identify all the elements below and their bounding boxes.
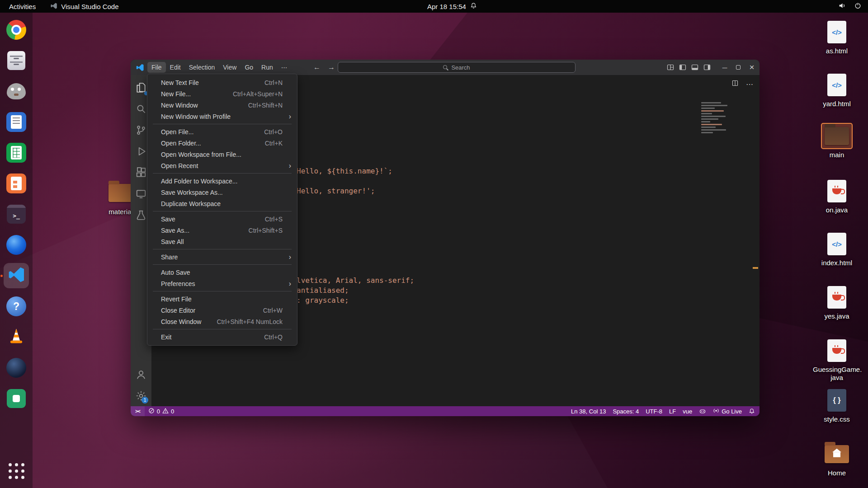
menu-go[interactable]: Go <box>241 62 257 73</box>
settings-gear-icon[interactable]: 1 <box>131 385 151 406</box>
desktop-icon-home[interactable]: Home <box>813 441 861 477</box>
libreoffice-writer-icon <box>6 112 26 132</box>
menu-item-new-file[interactable]: New File...Ctrl+Alt+Super+N <box>147 88 297 99</box>
end-of-line[interactable]: LF <box>669 408 676 415</box>
toggle-sidebar-icon[interactable] <box>679 64 686 71</box>
desktop-icon-style-css[interactable]: { } style.css <box>813 387 861 423</box>
menu-item-close-window[interactable]: Close WindowCtrl+Shift+F4 NumLock <box>147 316 297 327</box>
menu-item-preferences[interactable]: Preferences› <box>147 278 297 289</box>
toggle-panel-icon[interactable] <box>691 64 698 71</box>
menu-view[interactable]: View <box>219 62 241 73</box>
menu-item-save[interactable]: SaveCtrl+S <box>147 213 297 225</box>
close-button[interactable]: × <box>745 60 759 75</box>
encoding[interactable]: UTF-8 <box>646 408 662 415</box>
go-live-button[interactable]: Go Live <box>713 408 742 415</box>
menu-separator <box>153 124 292 124</box>
minimize-button[interactable]: ─ <box>718 60 731 75</box>
menu-run[interactable]: Run <box>257 62 277 73</box>
maximize-button[interactable] <box>731 60 745 75</box>
submenu-arrow-icon: › <box>289 280 291 287</box>
dock-item-web-browser-dark[interactable] <box>4 355 29 380</box>
vscode-title-bar[interactable]: File Edit Selection View Go Run ⋯ ← → Se… <box>131 60 760 75</box>
menu-item-save-workspace-as[interactable]: Save Workspace As... <box>147 187 297 198</box>
submenu-arrow-icon: › <box>289 162 291 169</box>
menu-item-add-folder-to-workspace[interactable]: Add Folder to Workspace... <box>147 175 297 187</box>
desktop-icon-yes-java[interactable]: yes.java <box>813 284 861 320</box>
language-mode[interactable]: vue <box>683 408 692 415</box>
code-line: Hello, ${this.name}!`; <box>297 167 392 175</box>
navigate-back-icon[interactable]: ← <box>313 63 321 71</box>
desktop-icon-label: as.html <box>813 47 861 55</box>
remote-indicator[interactable]: >< <box>131 406 145 416</box>
file-menu-dropdown: New Text FileCtrl+N New File...Ctrl+Alt+… <box>147 74 297 346</box>
dock-item-firefox[interactable] <box>4 232 29 258</box>
volume-icon[interactable] <box>838 2 846 11</box>
menu-separator <box>153 249 292 249</box>
copilot-icon[interactable] <box>699 408 706 415</box>
menu-item-new-window-with-profile[interactable]: New Window with Profile› <box>147 111 297 122</box>
vscode-icon <box>7 266 25 286</box>
notifications-bell-icon[interactable] <box>749 408 755 414</box>
dock-item-green-app[interactable] <box>4 386 29 411</box>
dock-item-terminal[interactable]: >_ <box>4 202 29 227</box>
dock-item-libreoffice-writer[interactable] <box>4 109 29 135</box>
menu-item-duplicate-workspace[interactable]: Duplicate Workspace <box>147 198 297 209</box>
minimap[interactable] <box>701 101 732 135</box>
dock-item-vscode[interactable] <box>4 263 29 288</box>
activities-button[interactable]: Activities <box>7 2 38 11</box>
code-line: : grayscale; <box>297 296 349 305</box>
dock-item-files[interactable] <box>4 48 29 73</box>
menu-item-auto-save[interactable]: Auto Save <box>147 267 297 278</box>
menu-file[interactable]: File <box>147 62 166 73</box>
menu-item-revert-file[interactable]: Revert File <box>147 293 297 305</box>
menu-edit[interactable]: Edit <box>166 62 185 73</box>
desktop-icon-guessinggame-java[interactable]: GuessingGame. java <box>813 338 861 382</box>
menu-item-save-all[interactable]: Save All <box>147 236 297 247</box>
focused-app-menu[interactable]: Visual Studio Code <box>50 2 118 11</box>
desktop-icon-main-folder[interactable]: main <box>813 123 861 159</box>
code-line: antialiased; <box>297 286 349 295</box>
dock-item-vlc[interactable] <box>4 324 29 350</box>
accounts-icon[interactable] <box>131 364 151 385</box>
split-editor-icon[interactable] <box>731 80 739 89</box>
menu-item-close-editor[interactable]: Close EditorCtrl+W <box>147 305 297 316</box>
command-center-search[interactable]: Search <box>338 62 576 73</box>
html-file-icon: </> <box>827 74 846 96</box>
menu-item-save-as[interactable]: Save As...Ctrl+Shift+S <box>147 225 297 236</box>
dock-item-chrome[interactable] <box>4 17 29 42</box>
power-icon[interactable] <box>854 2 862 11</box>
errors-count: 0 <box>157 408 160 415</box>
dock-item-gimp[interactable] <box>4 79 29 104</box>
code-line: lvetica, Arial, sans-serif; <box>297 276 414 285</box>
menu-selection[interactable]: Selection <box>185 62 219 73</box>
menu-item-open-recent[interactable]: Open Recent› <box>147 160 297 171</box>
desktop-icon-index-html[interactable]: </> index.html <box>813 231 861 267</box>
menu-item-open-workspace-from-file[interactable]: Open Workspace from File... <box>147 149 297 160</box>
menu-item-new-text-file[interactable]: New Text FileCtrl+N <box>147 77 297 88</box>
desktop-icon-on-java[interactable]: on.java <box>813 178 861 214</box>
dock-item-libreoffice-impress[interactable] <box>4 171 29 196</box>
desktop-icon-label: index.html <box>813 259 861 267</box>
problems-indicator[interactable]: 0 0 <box>145 408 178 415</box>
clock-menu[interactable]: Apr 18 15:54 <box>427 0 477 13</box>
menu-more-icon[interactable]: ⋯ <box>277 62 292 73</box>
show-applications-button[interactable] <box>4 458 29 483</box>
dock-item-libreoffice-calc[interactable] <box>4 140 29 165</box>
cursor-position[interactable]: Ln 38, Col 13 <box>571 408 606 415</box>
indentation[interactable]: Spaces: 4 <box>613 408 639 415</box>
toggle-secondary-sidebar-icon[interactable] <box>703 64 711 71</box>
desktop-icon-as-html[interactable]: </> as.html <box>813 19 861 55</box>
menu-item-share[interactable]: Share› <box>147 251 297 263</box>
clock-text: Apr 18 15:54 <box>427 3 466 10</box>
navigate-forward-icon[interactable]: → <box>328 63 335 71</box>
customize-layout-icon[interactable] <box>667 64 674 71</box>
menu-item-open-file[interactable]: Open File...Ctrl+O <box>147 126 297 137</box>
menu-separator <box>153 264 292 265</box>
editor-more-actions-icon[interactable]: ⋯ <box>746 80 753 89</box>
warnings-icon <box>162 408 169 415</box>
menu-item-exit[interactable]: ExitCtrl+Q <box>147 331 297 343</box>
desktop-icon-yard-html[interactable]: </> yard.html <box>813 72 861 108</box>
menu-item-new-window[interactable]: New WindowCtrl+Shift+N <box>147 99 297 111</box>
menu-item-open-folder[interactable]: Open Folder...Ctrl+K <box>147 137 297 149</box>
dock-item-help[interactable]: ? <box>4 294 29 319</box>
